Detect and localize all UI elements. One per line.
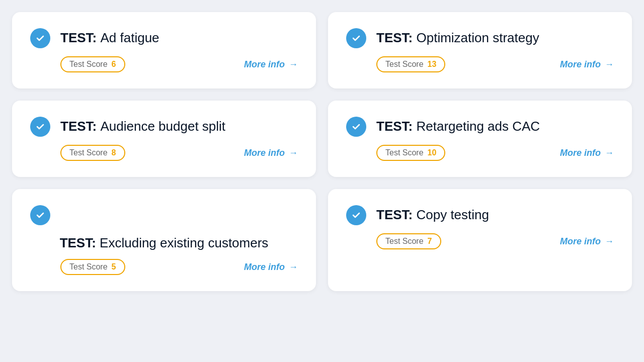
more-info-label: More info [560, 236, 601, 247]
arrow-icon: → [605, 59, 614, 70]
more-info-label: More info [560, 59, 601, 70]
card-title-retargeting-ads-cac: TEST: Retargeting ads CAC [376, 119, 540, 134]
card-optimization-strategy: TEST: Optimization strategyTest Score13M… [328, 12, 632, 88]
title-label: TEST: [60, 235, 96, 250]
score-badge-excluding-existing-customers: Test Score5 [60, 259, 125, 275]
checkmark-icon [30, 28, 50, 48]
score-value: 7 [428, 237, 432, 246]
title-name: Optimization strategy [416, 30, 539, 45]
arrow-icon: → [605, 148, 614, 158]
score-badge-retargeting-ads-cac: Test Score10 [376, 145, 445, 161]
title-label: TEST: [376, 30, 413, 45]
score-label: Test Score [385, 148, 424, 157]
title-name: Ad fatigue [100, 30, 159, 45]
title-name: Retargeting ads CAC [416, 119, 540, 134]
checkmark-icon [346, 205, 366, 225]
score-value: 13 [428, 60, 437, 69]
card-header-ad-fatigue: TEST: Ad fatigue [30, 28, 298, 48]
card-footer-ad-fatigue: Test Score6More info→ [30, 56, 298, 72]
title-name: Audience budget split [100, 119, 225, 134]
score-label: Test Score [69, 262, 108, 272]
score-label: Test Score [385, 237, 424, 246]
score-badge-ad-fatigue: Test Score6 [60, 56, 125, 72]
more-info-label: More info [244, 148, 285, 158]
more-info-label: More info [560, 148, 601, 158]
card-header-copy-testing: TEST: Copy testing [346, 205, 614, 225]
more-info-link-ad-fatigue[interactable]: More info→ [244, 59, 298, 70]
card-footer-audience-budget-split: Test Score8More info→ [30, 145, 298, 161]
arrow-icon: → [289, 59, 298, 70]
more-info-link-audience-budget-split[interactable]: More info→ [244, 148, 298, 158]
card-title-excluding-existing-customers: TEST: Excluding existing customers [30, 235, 298, 251]
checkmark-icon [346, 28, 366, 48]
card-header-excluding-existing-customers: TEST: Excluding existing customers [30, 205, 298, 251]
more-info-label: More info [244, 59, 285, 70]
title-label: TEST: [376, 207, 413, 222]
more-info-label: More info [244, 262, 285, 273]
card-title-audience-budget-split: TEST: Audience budget split [60, 119, 225, 134]
score-label: Test Score [69, 60, 108, 69]
more-info-link-retargeting-ads-cac[interactable]: More info→ [560, 148, 614, 158]
score-badge-audience-budget-split: Test Score8 [60, 145, 125, 161]
title-label: TEST: [60, 119, 97, 134]
score-value: 5 [112, 262, 116, 272]
card-audience-budget-split: TEST: Audience budget splitTest Score8Mo… [12, 101, 316, 177]
card-ad-fatigue: TEST: Ad fatigueTest Score6More info→ [12, 12, 316, 88]
more-info-link-excluding-existing-customers[interactable]: More info→ [244, 262, 298, 273]
score-label: Test Score [385, 60, 424, 69]
card-retargeting-ads-cac: TEST: Retargeting ads CACTest Score10Mor… [328, 101, 632, 177]
title-label: TEST: [60, 30, 97, 45]
card-footer-retargeting-ads-cac: Test Score10More info→ [346, 145, 614, 161]
score-value: 10 [428, 148, 437, 157]
card-header-retargeting-ads-cac: TEST: Retargeting ads CAC [346, 117, 614, 137]
score-label: Test Score [69, 148, 108, 157]
checkmark-icon [30, 205, 50, 225]
card-header-audience-budget-split: TEST: Audience budget split [30, 117, 298, 137]
title-label: TEST: [376, 119, 413, 134]
arrow-icon: → [605, 236, 614, 247]
checkmark-icon [346, 117, 366, 137]
score-badge-optimization-strategy: Test Score13 [376, 56, 445, 72]
card-copy-testing: TEST: Copy testingTest Score7More info→ [328, 189, 632, 291]
title-name: Excluding existing customers [100, 235, 268, 250]
card-excluding-existing-customers: TEST: Excluding existing customersTest S… [12, 189, 316, 291]
card-footer-optimization-strategy: Test Score13More info→ [346, 56, 614, 72]
score-value: 6 [112, 60, 116, 69]
score-value: 8 [112, 148, 116, 157]
arrow-icon: → [289, 262, 298, 273]
more-info-link-optimization-strategy[interactable]: More info→ [560, 59, 614, 70]
title-name: Copy testing [416, 207, 489, 222]
card-footer-copy-testing: Test Score7More info→ [346, 233, 614, 249]
card-title-ad-fatigue: TEST: Ad fatigue [60, 30, 159, 46]
checkmark-icon [30, 117, 50, 137]
cards-grid: TEST: Ad fatigueTest Score6More info→ TE… [12, 12, 632, 291]
card-title-copy-testing: TEST: Copy testing [376, 207, 489, 223]
more-info-link-copy-testing[interactable]: More info→ [560, 236, 614, 247]
card-title-optimization-strategy: TEST: Optimization strategy [376, 30, 539, 46]
card-header-optimization-strategy: TEST: Optimization strategy [346, 28, 614, 48]
arrow-icon: → [289, 148, 298, 158]
card-footer-excluding-existing-customers: Test Score5More info→ [30, 259, 298, 275]
score-badge-copy-testing: Test Score7 [376, 233, 441, 249]
